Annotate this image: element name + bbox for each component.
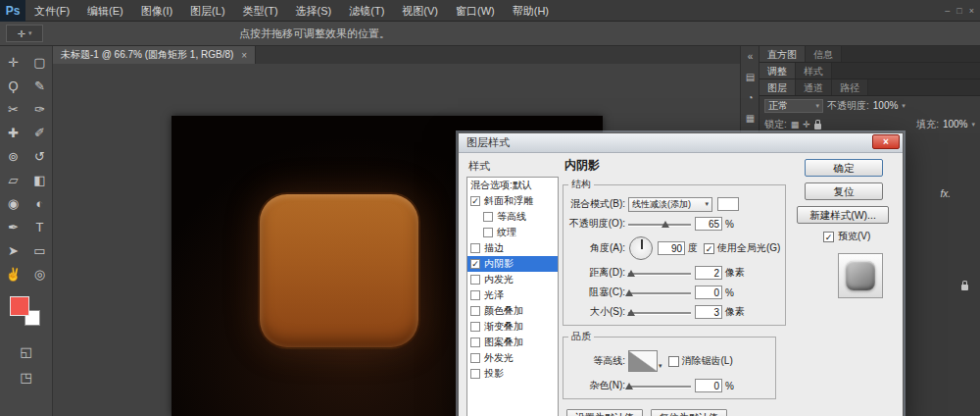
lock-transparency-icon[interactable]: ▦ [791, 120, 800, 130]
distance-slider[interactable] [628, 268, 691, 279]
style-checkbox[interactable] [470, 322, 480, 332]
set-as-default-button[interactable]: 设置为默认值 [566, 409, 643, 416]
tab-channels[interactable]: 通道 [796, 79, 832, 95]
ok-button[interactable]: 确定 [805, 159, 883, 177]
menu-image[interactable]: 图像(I) [132, 0, 181, 22]
reset-to-default-button[interactable]: 复位为默认值 [651, 409, 727, 416]
path-selection-tool-icon[interactable]: ➤ [2, 239, 25, 263]
tab-info[interactable]: 信息 [806, 46, 842, 62]
style-item-texture[interactable]: 纹理 [467, 225, 558, 240]
style-checkbox[interactable] [470, 369, 480, 379]
slider-thumb[interactable] [627, 309, 635, 316]
style-item-drop-shadow[interactable]: 投影 [467, 366, 558, 382]
distance-input[interactable]: 2 [695, 266, 722, 280]
brush-tool-icon[interactable]: ✐ [28, 122, 52, 145]
menu-edit[interactable]: 编辑(E) [78, 0, 132, 22]
tab-histogram[interactable]: 直方图 [760, 46, 806, 62]
quick-mask-icon[interactable]: ◱ [15, 343, 38, 361]
style-item-bevel-emboss[interactable]: ✓ 斜面和浮雕 [467, 193, 558, 209]
tool-preset-picker[interactable]: ✛ ▾ [6, 25, 43, 42]
preview-checkbox[interactable]: ✓ [823, 232, 834, 242]
style-checkbox[interactable] [483, 212, 493, 222]
style-item-blending-options[interactable]: 混合选项:默认 [467, 178, 558, 193]
blend-mode-dropdown[interactable]: 正常 ▾ [764, 99, 823, 113]
opacity-value[interactable]: 100% [873, 100, 899, 111]
menu-layer[interactable]: 图层(L) [181, 0, 233, 22]
opacity-slider[interactable] [628, 219, 691, 230]
menu-select[interactable]: 选择(S) [287, 0, 341, 22]
style-checkbox[interactable]: ✓ [470, 196, 480, 206]
blend-mode-select[interactable]: 线性减淡(添加) ▾ [628, 197, 712, 212]
angle-dial[interactable] [629, 236, 653, 260]
style-item-inner-glow[interactable]: 内发光 [467, 272, 558, 287]
menu-view[interactable]: 视图(V) [393, 0, 447, 22]
lasso-tool-icon[interactable]: Ϙ [2, 75, 25, 98]
antialias-checkbox[interactable] [668, 356, 679, 367]
document-tab[interactable]: 未标题-1 @ 66.7% (圆角矩形 1, RGB/8) × [53, 46, 256, 64]
dialog-titlebar[interactable]: 图层样式 × [459, 133, 903, 153]
history-brush-tool-icon[interactable]: ↺ [28, 145, 52, 169]
menu-filter[interactable]: 滤镜(T) [340, 0, 393, 22]
lock-all-icon[interactable] [814, 124, 821, 130]
rectangular-marquee-tool-icon[interactable]: ▢ [28, 51, 52, 75]
slider-thumb[interactable] [625, 289, 633, 296]
new-style-button[interactable]: 新建样式(W)... [797, 206, 889, 224]
move-tool-icon[interactable]: ✛ [2, 51, 25, 75]
slider-thumb[interactable] [662, 221, 669, 228]
shadow-color-swatch[interactable] [717, 197, 739, 211]
zoom-tool-icon[interactable]: ◎ [28, 263, 52, 286]
menu-type[interactable]: 类型(T) [234, 0, 287, 22]
style-checkbox[interactable] [470, 353, 480, 363]
dock-panel-icon[interactable]: ▦ [741, 108, 760, 129]
tab-layers[interactable]: 图层 [760, 79, 796, 95]
clone-stamp-tool-icon[interactable]: ⊚ [2, 145, 25, 169]
size-input[interactable]: 3 [695, 305, 722, 319]
gradient-tool-icon[interactable]: ◧ [28, 169, 52, 192]
reset-button[interactable]: 复位 [805, 182, 883, 200]
close-tab-icon[interactable]: × [241, 50, 247, 61]
slider-thumb[interactable] [625, 383, 633, 390]
style-item-gradient-overlay[interactable]: 渐变叠加 [467, 319, 558, 335]
style-checkbox[interactable] [470, 306, 480, 316]
noise-input[interactable]: 0 [695, 379, 722, 392]
healing-brush-tool-icon[interactable]: ✚ [2, 122, 25, 145]
lock-position-icon[interactable]: ✛ [803, 120, 810, 130]
slider-thumb[interactable] [627, 270, 635, 277]
style-checkbox[interactable] [470, 275, 480, 285]
screen-mode-icon[interactable]: ◳ [15, 369, 38, 387]
angle-input[interactable]: 90 [658, 241, 685, 255]
quick-selection-tool-icon[interactable]: ✎ [28, 75, 52, 98]
style-item-inner-shadow[interactable]: ✓ 内阴影 [467, 256, 558, 272]
choke-input[interactable]: 0 [695, 286, 722, 299]
restore-icon[interactable]: □ [956, 6, 961, 16]
dock-panel-icon[interactable]: ▤ [741, 67, 760, 87]
contour-picker[interactable] [628, 350, 658, 372]
pen-tool-icon[interactable]: ✒ [2, 216, 25, 239]
tab-paths[interactable]: 路径 [832, 79, 868, 95]
opacity-input[interactable]: 65 [695, 217, 722, 231]
menu-help[interactable]: 帮助(H) [504, 0, 558, 22]
style-item-satin[interactable]: 光泽 [467, 287, 558, 303]
style-checkbox[interactable]: ✓ [470, 259, 480, 269]
eyedropper-tool-icon[interactable]: ✑ [28, 98, 52, 122]
style-item-color-overlay[interactable]: 颜色叠加 [467, 303, 558, 319]
tab-styles[interactable]: 样式 [796, 63, 832, 78]
style-item-stroke[interactable]: 描边 [467, 240, 558, 256]
style-checkbox[interactable] [483, 228, 493, 237]
noise-slider[interactable] [628, 381, 691, 391]
collapse-panels-icon[interactable]: « [741, 46, 760, 67]
style-item-contour[interactable]: 等高线 [467, 209, 558, 225]
foreground-color-swatch[interactable] [10, 296, 29, 316]
rounded-rectangle-shape[interactable] [258, 192, 420, 349]
menu-file[interactable]: 文件(F) [25, 0, 78, 22]
hand-tool-icon[interactable]: ✌ [2, 263, 25, 286]
choke-slider[interactable] [628, 287, 691, 298]
layer-fx-badge[interactable]: fx. [940, 188, 951, 199]
style-item-outer-glow[interactable]: 外发光 [467, 350, 558, 366]
style-checkbox[interactable] [470, 290, 480, 300]
dialog-close-button[interactable]: × [872, 134, 900, 149]
fill-value[interactable]: 100% [943, 119, 968, 130]
style-checkbox[interactable] [470, 338, 480, 347]
dodge-tool-icon[interactable]: ◐ [28, 192, 52, 216]
global-light-checkbox[interactable]: ✓ [704, 243, 714, 254]
